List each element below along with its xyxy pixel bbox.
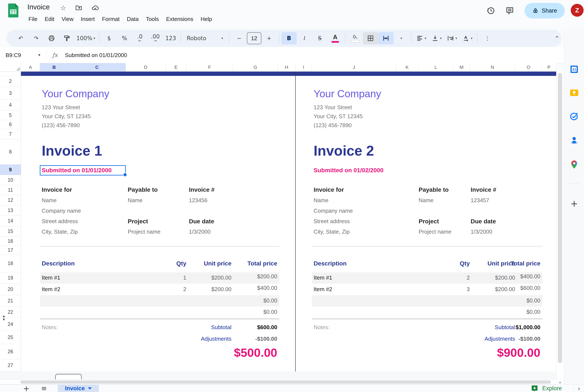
format-percent-button[interactable]: % [117, 32, 132, 44]
payable-to-label[interactable]: Payable to [128, 186, 158, 193]
invoice-for-label[interactable]: Invoice for [42, 186, 72, 193]
move-folder-icon[interactable] [75, 4, 82, 11]
table-cell[interactable]: $400.00 [21, 285, 277, 291]
project-name[interactable]: Project name [419, 228, 451, 235]
more-toolbar-button[interactable]: ⋮ [480, 32, 495, 44]
font-size-input[interactable]: 12 [247, 32, 261, 44]
vertical-scrollbar[interactable] [556, 72, 564, 380]
invoice-number-label[interactable]: Invoice # [189, 186, 215, 193]
name-box[interactable]: B9:C9 [0, 52, 38, 58]
horizontal-scrollbar[interactable] [0, 380, 556, 384]
col-total-price-header[interactable]: Total price [21, 260, 277, 267]
all-sheets-icon[interactable]: ≡ [38, 385, 50, 392]
get-add-ons-icon[interactable]: + [569, 198, 579, 208]
paint-format-button[interactable] [59, 32, 75, 44]
row-header-21[interactable]: 21 [0, 295, 21, 306]
company-name[interactable]: Your Company [314, 88, 381, 100]
menu-view[interactable]: View [58, 14, 77, 24]
row-header-14[interactable]: 14 [0, 216, 21, 226]
subtotal-value[interactable]: $1,000.00 [296, 324, 540, 331]
italic-button[interactable]: I [297, 32, 312, 44]
fill-handle[interactable] [123, 173, 127, 177]
sheets-logo-icon[interactable] [8, 4, 19, 18]
merge-cells-caret[interactable]: ▾ [394, 32, 409, 44]
bill-to-name[interactable]: Name [42, 197, 57, 204]
print-button[interactable] [44, 32, 59, 44]
invoice-title[interactable]: Invoice 2 [314, 142, 374, 159]
cloud-status-icon[interactable] [91, 4, 99, 12]
col-total-price-header[interactable]: Total price [296, 260, 540, 267]
invoice-number-label[interactable]: Invoice # [471, 186, 496, 193]
merge-cells-button[interactable] [378, 32, 394, 44]
explore-button[interactable]: Explore [531, 385, 574, 392]
table-cell[interactable]: $0.00 [296, 297, 540, 304]
payable-name[interactable]: Name [128, 197, 142, 204]
row-header-20[interactable]: 20 [0, 284, 21, 295]
subtotal-value[interactable]: $600.00 [21, 324, 277, 331]
company-address[interactable]: 123 Your Street Your City, ST 12345 (123… [42, 103, 91, 130]
comments-icon[interactable] [505, 6, 514, 15]
collapse-toolbar-icon[interactable]: ⌃ [555, 35, 560, 42]
column-header-D[interactable]: D [126, 63, 166, 72]
column-header-C[interactable]: C [69, 63, 126, 72]
table-cell[interactable]: $0.00 [21, 309, 277, 315]
unhide-rows-up-icon[interactable]: ▲ [2, 314, 6, 318]
invoice-for-label[interactable]: Invoice for [314, 186, 344, 193]
column-header-E[interactable]: E [166, 63, 186, 72]
sheet-tab-menu-icon[interactable] [88, 387, 92, 390]
menu-format[interactable]: Format [98, 14, 123, 24]
decrease-decimals-button[interactable]: .0← [132, 32, 148, 44]
row-header-10[interactable]: 10 [0, 175, 21, 185]
column-header-K[interactable]: K [396, 63, 418, 72]
menu-edit[interactable]: Edit [41, 14, 58, 24]
column-header-J[interactable]: J [312, 63, 396, 72]
column-header-A[interactable]: A [21, 63, 40, 72]
bill-to-company[interactable]: Company name [42, 208, 81, 214]
undo-button[interactable]: ↶ [13, 32, 29, 44]
row-header-17[interactable]: 17 [0, 246, 21, 255]
menu-tools[interactable]: Tools [142, 14, 163, 24]
row-header-12[interactable]: 12 [0, 195, 21, 206]
bill-to-city[interactable]: City, State, Zip [42, 228, 78, 235]
column-header-M[interactable]: M [453, 63, 470, 72]
keep-icon[interactable] [569, 88, 579, 98]
row-header-1[interactable] [0, 72, 21, 76]
avatar[interactable]: Z [571, 4, 583, 17]
sheet-tab-invoice[interactable]: Invoice [58, 385, 99, 392]
unhide-rows-down-icon[interactable]: ▼ [2, 318, 6, 321]
row-header-27[interactable]: 27 [0, 359, 21, 372]
invoice-number[interactable]: 123456 [189, 197, 207, 204]
project-label[interactable]: Project [419, 218, 439, 225]
strikethrough-button[interactable]: S [312, 32, 328, 44]
column-header-G[interactable]: G [233, 63, 278, 72]
invoice-title[interactable]: Invoice 1 [42, 142, 102, 159]
increase-decimals-button[interactable]: .00→ [148, 32, 163, 44]
adjustments-value[interactable]: -$100.00 [21, 336, 277, 342]
row-header-4[interactable]: 4 [0, 100, 21, 110]
row-header-11[interactable]: 11 [0, 185, 21, 195]
row-header-26[interactable]: 26 [0, 344, 21, 359]
row-header-3[interactable]: 3 [0, 87, 21, 100]
row-header-9[interactable]: 9 [0, 164, 21, 175]
column-header-I[interactable]: I [296, 63, 312, 72]
fill-color-button[interactable] [347, 32, 363, 44]
row-header-2[interactable]: 2 [0, 76, 21, 87]
row-header-6[interactable]: 6 [0, 120, 21, 129]
format-currency-button[interactable]: $ [101, 32, 117, 44]
bill-to-city[interactable]: City, State, Zip [314, 228, 350, 235]
row-header-15[interactable]: 15 [0, 226, 21, 236]
horizontal-scrollbar-thumb[interactable] [20, 380, 551, 384]
row-header-18[interactable]: 18 [0, 255, 21, 272]
company-address[interactable]: 123 Your Street Your City, ST 12345 (123… [314, 103, 363, 130]
row-header-25[interactable]: 25 [0, 331, 21, 344]
invoice-number[interactable]: 123457 [471, 197, 489, 204]
due-date-label[interactable]: Due date [189, 218, 214, 225]
row-header-5[interactable]: 5 [0, 110, 21, 120]
bill-to-street[interactable]: Street address [42, 218, 78, 225]
due-date-value[interactable]: 1/3/2000 [189, 228, 210, 235]
invoice-total[interactable]: $900.00 [296, 346, 540, 360]
menu-file[interactable]: File [25, 14, 41, 24]
bold-button[interactable]: B [281, 32, 297, 44]
payable-to-label[interactable]: Payable to [419, 186, 449, 193]
more-formats-button[interactable]: 123 [163, 32, 178, 44]
